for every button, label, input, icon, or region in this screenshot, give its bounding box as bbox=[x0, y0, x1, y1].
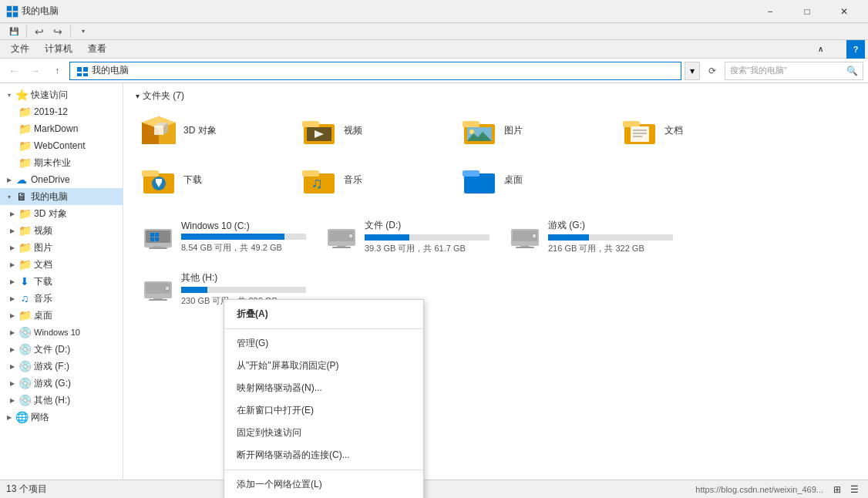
sidebar-item-windows-c[interactable]: ▶ 💿 Windows 10 bbox=[0, 324, 123, 341]
drives-grid: Windows 10 (C:) 8.54 GB 可用，共 49.2 GB bbox=[136, 214, 856, 312]
desk-label: 桌面 bbox=[34, 309, 52, 322]
drive-g-label: 游戏 (G:) bbox=[34, 377, 71, 390]
expand-pic: ▶ bbox=[6, 241, 19, 254]
tab-file[interactable]: 文件 bbox=[3, 39, 37, 59]
folder-icon2: 📁 bbox=[19, 123, 31, 135]
sidebar-item-pictures[interactable]: ▶ 📁 图片 bbox=[0, 239, 123, 256]
sidebar-item-video[interactable]: ▶ 📁 视频 bbox=[0, 222, 123, 239]
ribbon-collapse-btn[interactable]: ∧ bbox=[818, 45, 823, 53]
folder-item-desktop[interactable]: 桌面 bbox=[456, 158, 611, 201]
folders-section-header: ▾ 文件夹 (7) bbox=[136, 89, 856, 103]
pics-label: 图片 bbox=[34, 241, 52, 254]
tab-view[interactable]: 查看 bbox=[80, 39, 114, 59]
expand-net: ▶ bbox=[3, 411, 15, 423]
qt-save-btn[interactable]: 💾 bbox=[6, 24, 22, 39]
sidebar-item-drive-g[interactable]: ▶ 💿 游戏 (G:) bbox=[0, 375, 123, 392]
sidebar-item-desktop[interactable]: ▶ 📁 桌面 bbox=[0, 307, 123, 324]
drive-item-d[interactable]: 文件 (D:) 39.3 GB 可用，共 61.7 GB bbox=[319, 214, 496, 260]
video-label: 视频 bbox=[34, 224, 52, 237]
back-button[interactable]: ← bbox=[5, 62, 23, 80]
window-title: 我的电脑 bbox=[22, 5, 59, 18]
address-bar: ← → ↑ 我的电脑 ▾ ⟳ 搜索"我的电脑" 🔍 bbox=[0, 59, 868, 83]
ctx-item-pin-quick[interactable]: 固定到快速访问 bbox=[224, 422, 423, 444]
sidebar-item-homework[interactable]: 📁 期末作业 bbox=[0, 154, 123, 171]
folder-item-document[interactable]: 文档 bbox=[617, 109, 771, 152]
status-url: https://blog.csdn.net/weixin_469... bbox=[695, 485, 823, 494]
folder-3d-name: 3D 对象 bbox=[183, 124, 217, 137]
folder-item-video[interactable]: 视频 bbox=[296, 109, 450, 152]
svg-rect-25 bbox=[631, 126, 649, 142]
up-button[interactable]: ↑ bbox=[48, 62, 66, 80]
folder-item-download[interactable]: 下载 bbox=[136, 158, 290, 201]
sidebar-item-music[interactable]: ▶ ♫ 音乐 bbox=[0, 290, 123, 307]
sidebar-item-network[interactable]: ▶ 🌐 网络 bbox=[0, 409, 123, 426]
svg-rect-46 bbox=[149, 247, 167, 249]
video-icon: 📁 bbox=[19, 224, 31, 237]
sidebar-item-drive-f[interactable]: ▶ 💿 游戏 (F:) bbox=[0, 358, 123, 375]
maximize-button[interactable]: □ bbox=[789, 0, 825, 23]
music-icon: ♫ bbox=[19, 292, 31, 305]
ctx-item-disconnect[interactable]: 断开网络驱动器的连接(C)... bbox=[224, 444, 423, 466]
qt-redo-btn[interactable]: ↪ bbox=[50, 24, 66, 39]
drive-h-icon: 💿 bbox=[19, 394, 31, 406]
drive-item-c[interactable]: Windows 10 (C:) 8.54 GB 可用，共 49.2 GB bbox=[136, 214, 313, 260]
svg-point-51 bbox=[348, 234, 353, 238]
sidebar-label-web: WebContent bbox=[34, 140, 86, 151]
minimize-button[interactable]: − bbox=[752, 0, 788, 23]
ctx-sep1 bbox=[224, 328, 423, 329]
ctx-item-open-new[interactable]: 在新窗口中打开(E) bbox=[224, 399, 423, 422]
folder-3d-icon bbox=[140, 112, 177, 149]
sidebar-item-onedrive[interactable]: ▶ ☁ OneDrive bbox=[0, 171, 123, 188]
ctx-item-add-network[interactable]: 添加一个网络位置(L) bbox=[224, 473, 423, 496]
downloads-icon: ⬇ bbox=[19, 275, 31, 288]
svg-text:♫: ♫ bbox=[311, 174, 323, 191]
sidebar-item-mypc[interactable]: ▾ 🖥 我的电脑 bbox=[0, 188, 123, 205]
tab-computer[interactable]: 计算机 bbox=[37, 39, 80, 59]
address-dropdown-btn[interactable]: ▾ bbox=[685, 62, 700, 80]
view-icon-list[interactable]: ☰ bbox=[846, 482, 862, 497]
qt-undo-btn[interactable]: ↩ bbox=[32, 24, 47, 39]
expand-music: ▶ bbox=[6, 292, 19, 305]
sidebar-item-webcontent[interactable]: 📁 WebContent bbox=[0, 137, 123, 154]
ribbon: 文件 计算机 查看 ∧ ? bbox=[0, 40, 868, 59]
sidebar-item-quick-access[interactable]: ▾ ⭐ 快速访问 bbox=[0, 86, 123, 103]
folder-item-3d[interactable]: 3D 对象 bbox=[136, 109, 290, 152]
folder-download-icon bbox=[140, 161, 177, 198]
refresh-button[interactable]: ⟳ bbox=[703, 62, 722, 80]
drive-item-g[interactable]: 游戏 (G:) 216 GB 可用，共 322 GB bbox=[503, 214, 680, 260]
view-icon-grid[interactable]: ⊞ bbox=[829, 482, 845, 497]
forward-button[interactable]: → bbox=[26, 62, 45, 80]
folder-item-picture[interactable]: 图片 bbox=[456, 109, 611, 152]
svg-rect-0 bbox=[7, 6, 12, 11]
search-box[interactable]: 搜索"我的电脑" 🔍 bbox=[725, 62, 863, 80]
drive-c-space: 8.54 GB 可用，共 49.2 GB bbox=[181, 242, 306, 254]
sidebar-item-2019-12[interactable]: 📁 2019-12 bbox=[0, 103, 123, 120]
indent-spacer bbox=[6, 140, 19, 152]
address-path[interactable]: 我的电脑 bbox=[69, 62, 681, 80]
drive-d-icon: 💿 bbox=[19, 343, 31, 355]
folder-item-music[interactable]: ♫ 音乐 bbox=[296, 158, 450, 201]
svg-rect-7 bbox=[83, 73, 88, 76]
expand-docs: ▶ bbox=[6, 258, 19, 271]
folder-desktop-name: 桌面 bbox=[504, 173, 523, 187]
expand-f: ▶ bbox=[6, 360, 19, 372]
svg-rect-50 bbox=[332, 247, 351, 248]
status-bar: 13 个项目 https://blog.csdn.net/weixin_469.… bbox=[0, 479, 868, 498]
sidebar-item-3dobj[interactable]: ▶ 📁 3D 对象 bbox=[0, 205, 123, 222]
onedrive-icon: ☁ bbox=[15, 173, 28, 186]
context-menu: 折叠(A) 管理(G) 从"开始"屏幕取消固定(P) 映射网络驱动器(N)...… bbox=[224, 299, 424, 498]
ctx-item-unpin[interactable]: 从"开始"屏幕取消固定(P) bbox=[224, 355, 423, 377]
sidebar-item-downloads[interactable]: ▶ ⬇ 下载 bbox=[0, 273, 123, 290]
qt-dropdown-btn[interactable]: ▾ bbox=[76, 24, 91, 39]
folder-document-name: 文档 bbox=[664, 124, 683, 137]
sidebar-item-docs[interactable]: ▶ 📁 文档 bbox=[0, 256, 123, 273]
close-button[interactable]: ✕ bbox=[826, 0, 862, 23]
ctx-item-map[interactable]: 映射网络驱动器(N)... bbox=[224, 377, 423, 399]
help-button[interactable]: ? bbox=[846, 40, 865, 59]
sidebar-item-drive-h[interactable]: ▶ 💿 其他 (H:) bbox=[0, 392, 123, 409]
drive-g-fill bbox=[548, 234, 589, 241]
sidebar-item-markdown[interactable]: 📁 MarkDown bbox=[0, 120, 123, 137]
ctx-item-collapse[interactable]: 折叠(A) bbox=[224, 303, 423, 325]
sidebar-item-drive-d[interactable]: ▶ 💿 文件 (D:) bbox=[0, 341, 123, 358]
ctx-item-manage[interactable]: 管理(G) bbox=[224, 332, 423, 355]
